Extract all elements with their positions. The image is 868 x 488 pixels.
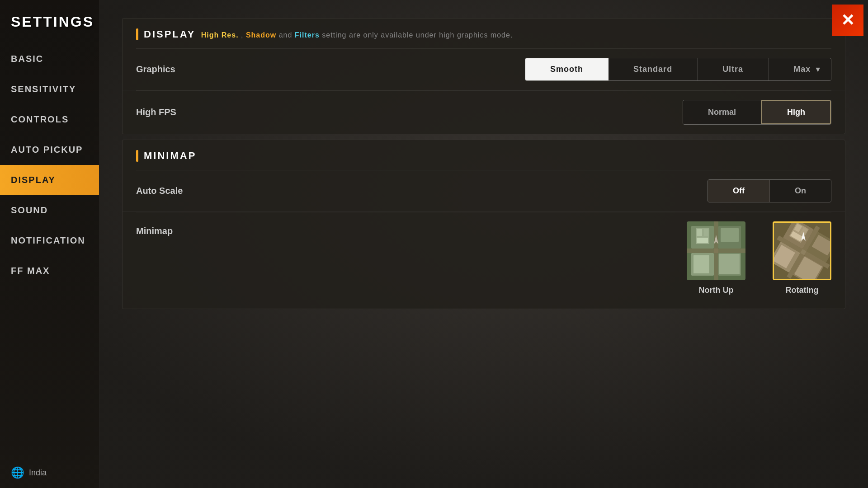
- note-sep1: ,: [239, 31, 246, 39]
- note-suffix: setting are only available under high gr…: [320, 31, 513, 39]
- svg-rect-11: [697, 238, 708, 243]
- sidebar-items: BASIC SENSITIVITY CONTROLS AUTO PICKUP D…: [0, 44, 99, 457]
- svg-rect-9: [697, 229, 702, 236]
- scale-off-btn[interactable]: Off: [708, 180, 770, 202]
- minimap-section: MINIMAP Auto Scale Off On Minimap: [122, 140, 845, 309]
- sidebar-footer: 🌐 India: [0, 457, 99, 488]
- svg-rect-8: [719, 254, 740, 274]
- graphics-row: Graphics Smooth Standard Ultra Max ▼: [123, 49, 845, 90]
- chevron-down-icon: ▼: [814, 66, 822, 74]
- minimap-accent: [136, 150, 138, 162]
- minimap-row: Minimap: [123, 212, 845, 309]
- display-title: DISPLAY High Res. , Shadow and Filters s…: [144, 28, 513, 40]
- svg-rect-14: [687, 249, 745, 253]
- close-button[interactable]: [832, 5, 863, 36]
- sidebar-item-sound[interactable]: SOUND: [0, 195, 99, 225]
- sidebar-item-sensitivity[interactable]: SENSITIVITY: [0, 74, 99, 104]
- section-accent: [136, 28, 138, 40]
- minimap-rotating-label: Rotating: [786, 286, 819, 295]
- graphics-btn-group: Smooth Standard Ultra Max ▼: [525, 58, 831, 81]
- note-high-res: High Res.: [201, 31, 239, 39]
- settings-title: SETTINGS: [0, 5, 99, 44]
- region-label: India: [29, 468, 47, 478]
- minimap-north-up-img: [687, 221, 745, 280]
- sidebar: SETTINGS BASIC SENSITIVITY CONTROLS AUTO…: [0, 0, 99, 488]
- auto-scale-label: Auto Scale: [136, 186, 708, 196]
- display-title-text: DISPLAY: [144, 28, 195, 40]
- minimap-north-up-preview: [687, 221, 745, 280]
- minimap-rotating-img: [774, 223, 831, 280]
- minimap-north-up-label: North Up: [699, 286, 734, 295]
- minimap-options: North Up: [687, 221, 831, 295]
- note-shadow: Shadow: [246, 31, 276, 39]
- svg-rect-6: [721, 228, 739, 242]
- minimap-section-header: MINIMAP: [123, 140, 845, 170]
- high-fps-label: High FPS: [136, 107, 683, 117]
- note-filters: Filters: [295, 31, 320, 39]
- fps-high-btn[interactable]: High: [761, 100, 831, 124]
- settings-screen: SETTINGS BASIC SENSITIVITY CONTROLS AUTO…: [0, 0, 868, 488]
- graphics-label: Graphics: [136, 64, 525, 75]
- auto-scale-row: Auto Scale Off On: [123, 170, 845, 212]
- svg-rect-10: [704, 229, 708, 236]
- sidebar-item-display[interactable]: DISPLAY: [0, 165, 99, 195]
- graphics-smooth-btn[interactable]: Smooth: [525, 58, 609, 80]
- main-content: DISPLAY High Res. , Shadow and Filters s…: [99, 0, 868, 488]
- sidebar-item-basic[interactable]: BASIC: [0, 44, 99, 74]
- sidebar-item-ff-max[interactable]: FF MAX: [0, 256, 99, 286]
- minimap-rotating-preview: [773, 221, 831, 280]
- scale-on-btn[interactable]: On: [770, 180, 831, 202]
- fps-normal-btn[interactable]: Normal: [683, 100, 761, 124]
- graphics-ultra-btn[interactable]: Ultra: [698, 58, 769, 80]
- sidebar-item-auto-pickup[interactable]: AUTO PICKUP: [0, 135, 99, 165]
- sidebar-item-notification[interactable]: NOTIFICATION: [0, 225, 99, 256]
- minimap-rotating-option[interactable]: Rotating: [773, 221, 831, 295]
- high-fps-btn-group: Normal High: [683, 100, 831, 125]
- auto-scale-btn-group: Off On: [708, 179, 831, 202]
- display-section: DISPLAY High Res. , Shadow and Filters s…: [122, 18, 845, 134]
- note-and: and: [276, 31, 295, 39]
- globe-icon: 🌐: [11, 466, 24, 479]
- minimap-label: Minimap: [136, 221, 687, 236]
- graphics-max-btn[interactable]: Max ▼: [769, 58, 831, 80]
- display-note: High Res. , Shadow and Filters setting a…: [201, 31, 513, 39]
- high-fps-row: High FPS Normal High: [123, 91, 845, 134]
- svg-rect-7: [693, 255, 709, 273]
- minimap-north-up-option[interactable]: North Up: [687, 221, 745, 295]
- display-section-header: DISPLAY High Res. , Shadow and Filters s…: [123, 19, 845, 48]
- graphics-standard-btn[interactable]: Standard: [609, 58, 698, 80]
- sidebar-item-controls[interactable]: CONTROLS: [0, 104, 99, 135]
- minimap-title-text: MINIMAP: [144, 150, 196, 162]
